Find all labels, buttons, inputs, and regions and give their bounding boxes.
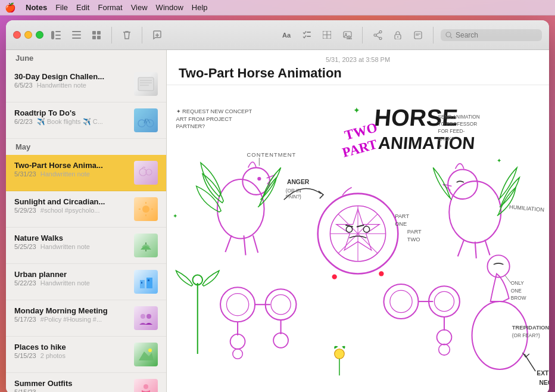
search-input[interactable] [456, 31, 533, 39]
note-info: Summer Outfits 5/15/23 [14, 379, 128, 392]
svg-point-130 [332, 274, 337, 279]
menu-format[interactable]: Format [98, 3, 122, 12]
apple-menu[interactable]: 🍎 [5, 2, 16, 13]
svg-rect-7 [92, 31, 96, 35]
svg-text:NECK: NECK [539, 379, 549, 386]
svg-rect-0 [51, 31, 54, 39]
svg-point-117 [437, 330, 452, 345]
svg-rect-43 [141, 282, 142, 284]
search-icon [445, 32, 453, 39]
svg-text:✦ REQUEST NEW CONCEPT: ✦ REQUEST NEW CONCEPT [176, 108, 252, 114]
svg-rect-3 [55, 38, 61, 39]
maximize-button[interactable] [36, 31, 43, 39]
share-button[interactable] [370, 27, 385, 43]
text-format-button[interactable]: Aa [279, 27, 294, 43]
note-thumbnail [134, 306, 158, 330]
note-item-30day[interactable]: 30-Day Design Challen... 6/5/23 Handwrit… [6, 66, 166, 102]
table-button[interactable] [319, 27, 335, 43]
svg-point-20 [374, 34, 376, 36]
note-thumbnail [134, 108, 158, 132]
svg-text:ONE: ONE [395, 221, 407, 227]
note-item-outfits[interactable]: Summer Outfits 5/15/23 [6, 373, 166, 392]
sidebar-toggle-button[interactable] [48, 27, 64, 43]
toolbar-separator-1 [111, 27, 112, 43]
editor-timestamp: 5/31, 2023 at 3:58 PM [179, 56, 537, 63]
svg-text:FOR FEED-: FOR FEED- [438, 129, 465, 134]
note-thumbnail [134, 72, 158, 96]
note-title: Nature Walks [14, 234, 128, 242]
note-title: Sunlight and Circadian... [14, 197, 128, 206]
checklist-button[interactable] [299, 27, 314, 43]
svg-point-108 [273, 333, 288, 348]
svg-rect-42 [146, 278, 152, 288]
svg-line-21 [376, 32, 379, 34]
menu-help[interactable]: Help [192, 3, 208, 12]
menu-view[interactable]: View [131, 3, 148, 12]
list-view-button[interactable] [68, 27, 84, 43]
media-button[interactable] [339, 27, 355, 43]
svg-rect-4 [72, 31, 81, 32]
note-meta: 5/15/23 [14, 388, 128, 392]
menu-window[interactable]: Window [156, 3, 183, 12]
note-editor: 5/31, 2023 at 3:58 PM Two-Part Horse Ani… [167, 50, 549, 392]
note-item-nature[interactable]: Nature Walks 5/25/23 Handwritten note [6, 228, 166, 264]
svg-text:HUMILIATION: HUMILIATION [509, 204, 545, 213]
svg-point-60 [257, 177, 261, 181]
svg-rect-6 [72, 38, 81, 39]
svg-rect-5 [72, 35, 81, 36]
svg-point-74 [346, 226, 352, 232]
note-item-meeting[interactable]: Monday Morning Meeting 5/17/23 #Policy #… [6, 300, 166, 337]
menu-notes[interactable]: Notes [26, 3, 47, 12]
svg-point-17 [345, 33, 347, 35]
svg-text:✦: ✦ [353, 105, 360, 115]
svg-text:TO PROFESSOR: TO PROFESSOR [438, 122, 478, 127]
svg-text:BROW: BROW [511, 295, 526, 301]
note-item-hike[interactable]: Places to hike 5/15/23 2 photos [6, 337, 166, 373]
note-info: Nature Walks 5/25/23 Handwritten note [14, 234, 128, 250]
lock-button[interactable] [390, 27, 406, 43]
note-item-sunlight[interactable]: Sunlight and Circadian... 5/29/23 #schoo… [6, 191, 166, 228]
svg-rect-41 [140, 280, 145, 288]
menu-file[interactable]: File [55, 3, 68, 12]
search-bar[interactable] [441, 29, 542, 41]
note-item-urban[interactable]: Urban planner 5/22/23 Handwritten note [6, 264, 166, 300]
note-sketch: HORSE ANIMATION TWO PART ✦ REQUEST NEW C… [167, 85, 549, 392]
svg-point-46 [146, 314, 151, 319]
note-info: Sunlight and Circadian... 5/29/23 #schoo… [14, 197, 128, 214]
svg-line-27 [451, 36, 453, 38]
more-button[interactable] [410, 27, 426, 43]
sidebar: June 30-Day Design Challen... 6/5/23 Han… [6, 50, 167, 392]
note-item-roadtrip[interactable]: Roadtrip To Do's 6/2/23 ✈️ Book flights … [6, 102, 166, 139]
close-button[interactable] [13, 31, 21, 39]
svg-text:PART: PART [395, 213, 409, 219]
svg-point-111 [383, 284, 418, 319]
menu-edit[interactable]: Edit [76, 3, 89, 12]
svg-rect-28 [138, 77, 154, 91]
note-item-horse[interactable]: Two-Part Horse Anima... 5/31/23 Handwrit… [6, 155, 166, 191]
section-june: June [6, 50, 166, 66]
svg-text:ANIMATION: ANIMATION [378, 133, 476, 153]
note-info: 30-Day Design Challen... 6/5/23 Handwrit… [14, 72, 128, 89]
svg-line-86 [485, 240, 489, 256]
svg-rect-11 [307, 32, 311, 33]
note-meta: 5/29/23 #school #psycholo... [14, 207, 128, 214]
svg-text:ART FROM PROJECT: ART FROM PROJECT [176, 116, 233, 122]
svg-point-19 [379, 37, 382, 39]
toolbar-separator-2 [142, 27, 142, 43]
svg-point-82 [449, 181, 501, 243]
note-meta: 6/2/23 ✈️ Book flights ✈️ C... [14, 118, 128, 126]
delete-button[interactable] [119, 27, 135, 43]
note-thumbnail [134, 379, 158, 392]
note-thumbnail [134, 197, 158, 221]
svg-text:PAIN?): PAIN?) [286, 194, 301, 200]
svg-point-112 [390, 290, 412, 312]
minimize-button[interactable] [24, 31, 32, 39]
svg-text:ONE: ONE [511, 288, 522, 294]
note-meta: 5/15/23 2 photos [14, 352, 128, 359]
editor-header: 5/31, 2023 at 3:58 PM Two-Part Horse Ani… [167, 50, 549, 85]
gallery-view-button[interactable] [89, 27, 104, 43]
svg-text:BACK?: BACK? [438, 136, 455, 142]
new-note-button[interactable] [149, 27, 165, 43]
editor-content[interactable]: HORSE ANIMATION TWO PART ✦ REQUEST NEW C… [167, 85, 549, 392]
svg-point-47 [148, 349, 152, 352]
